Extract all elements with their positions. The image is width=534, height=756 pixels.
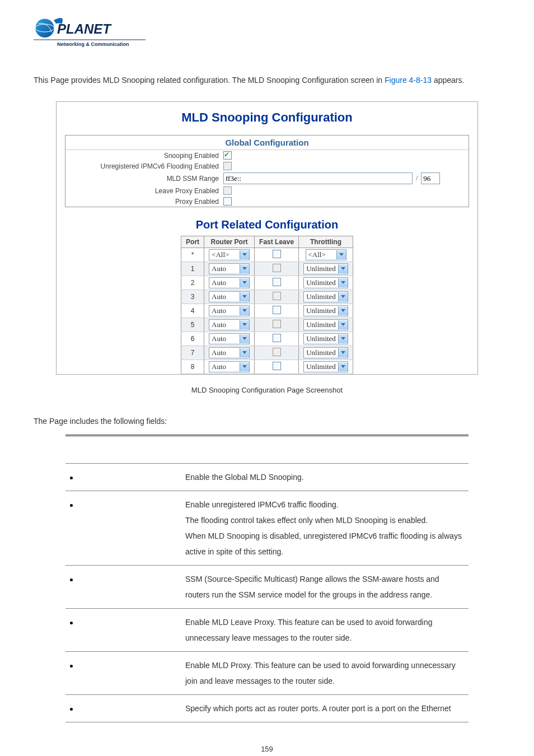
cell-fast-leave	[255, 262, 299, 276]
router-port-select[interactable]: Auto	[209, 277, 250, 288]
table-row: 7AutoUnlimited	[181, 346, 353, 360]
router-port-select[interactable]: Auto	[209, 319, 250, 330]
logo: PLANET Networking & Communication	[34, 17, 500, 48]
cell-port: 3	[181, 290, 204, 304]
page-title: MLD Snooping Configuration	[65, 110, 469, 125]
throttling-select[interactable]: Unlimited	[303, 277, 348, 288]
cell-router-port: Auto	[204, 276, 255, 290]
field-description: Enable MLD Leave Proxy. This feature can…	[181, 609, 469, 652]
svg-text:PLANET: PLANET	[57, 21, 112, 36]
checkbox-leave-proxy[interactable]	[223, 186, 232, 195]
fields-table: Enable the Global MLD Snooping.Enable un…	[65, 435, 469, 722]
cell-fast-leave	[255, 276, 299, 290]
field-bullet-cell	[65, 566, 181, 609]
bullet-icon	[70, 578, 73, 581]
cell-router-port: Auto	[204, 360, 255, 374]
throttling-select[interactable]: Unlimited	[303, 305, 348, 316]
field-row: Enable MLD Proxy. This feature can be us…	[65, 652, 469, 695]
page-number: 159	[34, 745, 500, 753]
throttling-select[interactable]: <All>	[306, 249, 346, 260]
table-row: 8AutoUnlimited	[181, 360, 353, 374]
cell-throttling: Unlimited	[299, 304, 353, 318]
checkbox-fast-leave[interactable]	[273, 348, 281, 356]
field-description: Enable unregistered IPMCv6 traffic flood…	[181, 491, 469, 566]
throttling-select[interactable]: Unlimited	[303, 291, 348, 302]
row-unreg-flooding: Unregistered IPMCv6 Flooding Enabled	[65, 161, 469, 171]
checkbox-snooping-enabled[interactable]	[223, 151, 232, 160]
global-config-header: Global Configuration	[65, 136, 469, 150]
cell-fast-leave	[255, 304, 299, 318]
ssm-separator: /	[413, 174, 421, 183]
router-port-select[interactable]: Auto	[209, 361, 250, 372]
ssm-length-input[interactable]	[421, 172, 440, 184]
label-leave-proxy: Leave Proxy Enabled	[68, 187, 223, 195]
table-row: 2AutoUnlimited	[181, 276, 353, 290]
checkbox-fast-leave[interactable]	[273, 292, 281, 300]
bullet-icon	[70, 504, 73, 507]
bullet-icon	[70, 477, 73, 479]
cell-fast-leave	[255, 290, 299, 304]
field-row: Enable unregistered IPMCv6 traffic flood…	[65, 491, 469, 566]
cell-throttling: Unlimited	[299, 332, 353, 346]
router-port-select[interactable]: Auto	[209, 333, 250, 344]
cell-port: *	[181, 248, 204, 262]
router-port-select[interactable]: Auto	[209, 291, 250, 302]
router-port-select[interactable]: Auto	[209, 347, 250, 358]
cell-router-port: Auto	[204, 290, 255, 304]
col-port: Port	[181, 236, 204, 248]
config-screenshot: MLD Snooping Configuration Global Config…	[56, 101, 478, 375]
field-bullet-cell	[65, 695, 181, 722]
checkbox-proxy-enabled[interactable]	[223, 197, 232, 206]
cell-throttling: Unlimited	[299, 318, 353, 332]
throttling-select[interactable]: Unlimited	[303, 347, 348, 358]
col-router-port: Router Port	[204, 236, 255, 248]
cell-fast-leave	[255, 332, 299, 346]
figure-link[interactable]: Figure 4-8-13	[385, 76, 432, 85]
port-section-title: Port Related Configuration	[65, 218, 469, 231]
label-proxy-enabled: Proxy Enabled	[68, 198, 223, 206]
checkbox-fast-leave[interactable]	[273, 278, 281, 286]
field-header-cell	[181, 436, 469, 464]
cell-throttling: Unlimited	[299, 262, 353, 276]
cell-port: 7	[181, 346, 204, 360]
port-config-table: Port Router Port Fast Leave Throttling *…	[181, 236, 353, 374]
field-row: SSM (Source-Specific Multicast) Range al…	[65, 566, 469, 609]
checkbox-fast-leave[interactable]	[273, 362, 281, 370]
checkbox-fast-leave[interactable]	[273, 320, 281, 328]
ssm-prefix-input[interactable]	[223, 172, 413, 184]
router-port-select[interactable]: Auto	[209, 263, 250, 274]
throttling-select[interactable]: Unlimited	[303, 319, 348, 330]
checkbox-fast-leave[interactable]	[273, 250, 281, 258]
table-row: 6AutoUnlimited	[181, 332, 353, 346]
bullet-icon	[70, 665, 73, 668]
cell-router-port: <All>	[204, 248, 255, 262]
throttling-select[interactable]: Unlimited	[303, 333, 348, 344]
intro-paragraph: This Page provides MLD Snooping related …	[34, 76, 500, 85]
router-port-select[interactable]: <All>	[209, 249, 250, 260]
cell-fast-leave	[255, 360, 299, 374]
field-header-cell	[65, 436, 181, 464]
label-ssm-range: MLD SSM Range	[68, 175, 223, 183]
throttling-select[interactable]: Unlimited	[303, 361, 348, 372]
row-snooping-enabled: Snooping Enabled	[65, 150, 469, 161]
label-snooping-enabled: Snooping Enabled	[68, 152, 223, 160]
table-row: 4AutoUnlimited	[181, 304, 353, 318]
cell-router-port: Auto	[204, 332, 255, 346]
checkbox-fast-leave[interactable]	[273, 306, 281, 314]
throttling-select[interactable]: Unlimited	[303, 263, 348, 274]
col-fast-leave: Fast Leave	[255, 236, 299, 248]
field-row: Enable MLD Leave Proxy. This feature can…	[65, 609, 469, 652]
table-row: 3AutoUnlimited	[181, 290, 353, 304]
field-bullet-cell	[65, 491, 181, 566]
checkbox-fast-leave[interactable]	[273, 334, 281, 342]
global-config-section: Global Configuration Snooping Enabled Un…	[65, 135, 469, 207]
checkbox-unreg-flooding[interactable]	[223, 162, 232, 170]
checkbox-fast-leave[interactable]	[273, 264, 281, 272]
field-bullet-cell	[65, 464, 181, 491]
cell-port: 8	[181, 360, 204, 374]
field-description: SSM (Source-Specific Multicast) Range al…	[181, 566, 469, 609]
table-row: 5AutoUnlimited	[181, 318, 353, 332]
router-port-select[interactable]: Auto	[209, 305, 250, 316]
cell-throttling: Unlimited	[299, 346, 353, 360]
cell-router-port: Auto	[204, 304, 255, 318]
